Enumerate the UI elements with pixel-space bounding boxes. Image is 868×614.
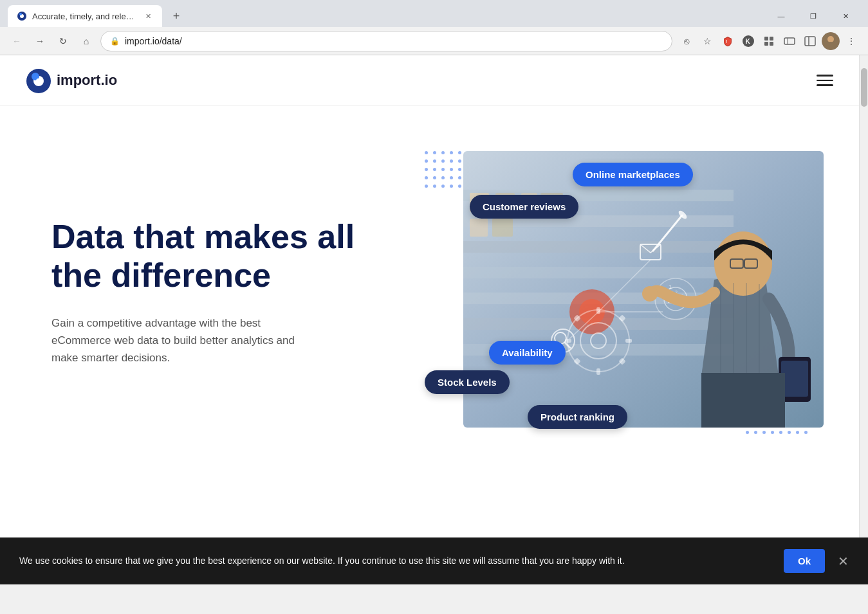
window-controls: — ❐ ✕	[766, 7, 860, 25]
menu-button[interactable]	[817, 75, 833, 86]
bookmark-button[interactable]: ☆	[698, 32, 716, 50]
share-button[interactable]: ⎋	[678, 32, 696, 50]
home-button[interactable]: ⌂	[77, 32, 95, 50]
site-logo[interactable]: import.io	[26, 68, 117, 93]
svg-point-15	[827, 36, 834, 42]
lock-icon: 🔒	[110, 37, 120, 46]
product-ranking-label: Product ranking	[540, 411, 614, 422]
browser-tab[interactable]: Accurate, timely, and relevant da ✕	[8, 5, 162, 27]
svg-rect-40	[596, 368, 600, 375]
svg-point-2	[19, 13, 22, 15]
svg-rect-32	[470, 219, 488, 237]
toolbar-actions: ⎋ ☆ ! K	[678, 32, 860, 50]
cookie-ok-button[interactable]: Ok	[784, 549, 825, 573]
extensions-button[interactable]	[760, 32, 778, 50]
online-marketplaces-badge: Online marketplaces	[573, 163, 693, 186]
logo-text: import.io	[57, 72, 117, 89]
profile-k-button[interactable]: K	[739, 32, 757, 50]
url-text: import.io/data/	[125, 36, 663, 46]
hero-subtitle: Gain a competitive advantage with the be…	[51, 314, 309, 367]
hero-title: Data that makes all the difference	[51, 218, 386, 295]
website: import.io Data that makes all the differ…	[0, 55, 859, 537]
user-profile-button[interactable]	[822, 32, 840, 50]
tab-close-button[interactable]: ✕	[143, 11, 153, 21]
product-ranking-badge: Product ranking	[528, 405, 627, 429]
media-button[interactable]	[780, 32, 799, 50]
hero-text: Data that makes all the difference Gain …	[51, 218, 386, 366]
svg-rect-72	[781, 361, 808, 397]
browser-chrome: Accurate, timely, and relevant da ✕ + — …	[0, 0, 868, 55]
scrollbar-track[interactable]	[859, 55, 868, 537]
svg-rect-77	[701, 373, 785, 428]
close-button[interactable]: ✕	[831, 7, 860, 25]
hero-image-area: 1 2 3	[412, 151, 833, 434]
sidebar-button[interactable]	[801, 32, 819, 50]
refresh-button[interactable]: ↻	[54, 32, 72, 50]
stock-levels-label: Stock Levels	[438, 377, 497, 388]
more-button[interactable]: ⋮	[842, 32, 860, 50]
minimize-button[interactable]: —	[766, 7, 796, 25]
svg-rect-6	[764, 37, 768, 41]
svg-rect-24	[463, 267, 734, 278]
svg-text:!: !	[726, 39, 727, 44]
stock-levels-badge: Stock Levels	[425, 370, 510, 394]
title-bar: Accurate, timely, and relevant da ✕ + — …	[0, 0, 868, 27]
availability-label: Availability	[502, 347, 553, 358]
svg-point-70	[642, 286, 658, 302]
online-marketplaces-label: Online marketplaces	[586, 169, 680, 180]
browser-content-wrapper: import.io Data that makes all the differ…	[0, 55, 868, 537]
cookie-banner: We use cookies to ensure that we give yo…	[0, 537, 868, 584]
svg-text:K: K	[746, 38, 751, 45]
site-navigation: import.io	[0, 55, 859, 106]
hero-image: 1 2 3	[463, 151, 824, 428]
svg-rect-12	[805, 37, 815, 46]
address-bar[interactable]: 🔒 import.io/data/	[100, 31, 672, 51]
tab-favicon	[17, 11, 27, 21]
browser-content: import.io Data that makes all the differ…	[0, 55, 859, 537]
shield-icon: !	[719, 32, 737, 50]
logo-icon	[26, 68, 50, 93]
svg-point-19	[36, 78, 41, 84]
svg-rect-10	[784, 38, 795, 44]
svg-rect-33	[492, 219, 513, 237]
restore-button[interactable]: ❐	[799, 7, 828, 25]
svg-rect-42	[625, 339, 632, 343]
scrollbar-thumb[interactable]	[861, 68, 867, 107]
customer-reviews-label: Customer reviews	[483, 201, 566, 212]
svg-rect-8	[764, 42, 768, 46]
cookie-text: We use cookies to ensure that we give yo…	[19, 554, 771, 568]
forward-button[interactable]: →	[31, 32, 49, 50]
availability-badge: Availability	[489, 341, 566, 365]
svg-rect-7	[770, 37, 773, 41]
svg-text:1: 1	[669, 284, 672, 290]
back-button[interactable]: ←	[8, 32, 26, 50]
svg-rect-9	[770, 42, 773, 46]
new-tab-button[interactable]: +	[167, 7, 185, 25]
svg-rect-23	[463, 241, 734, 253]
hero-section: Data that makes all the difference Gain …	[0, 106, 859, 479]
browser-toolbar: ← → ↻ ⌂ 🔒 import.io/data/ ⎋ ☆ ! K	[0, 27, 868, 55]
tab-title: Accurate, timely, and relevant da	[32, 12, 138, 21]
customer-reviews-badge: Customer reviews	[470, 195, 578, 219]
cookie-close-button[interactable]: ✕	[838, 555, 849, 568]
